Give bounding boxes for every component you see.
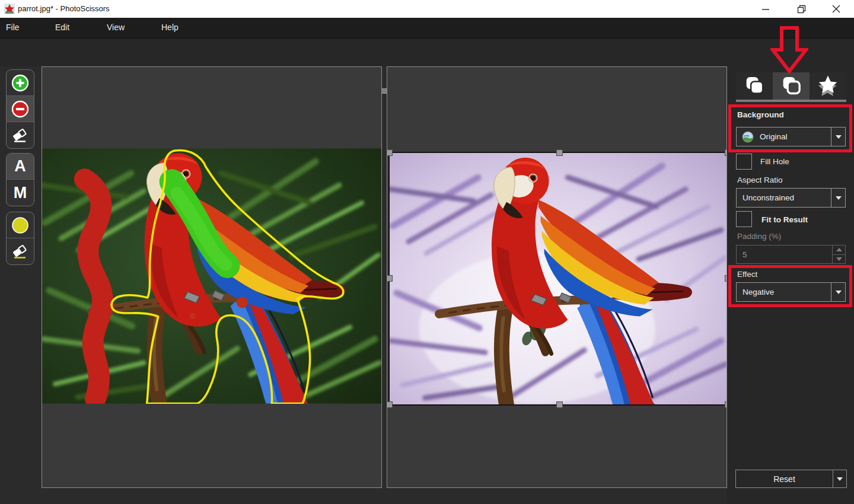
toolbar: 1:1 ? Marker Size 40 [0,38,854,66]
aspect-ratio-select[interactable]: Unconstrained [736,188,846,208]
eraser-tool[interactable] [7,122,34,148]
reset-dropdown-button[interactable] [833,470,846,487]
star-icon [815,74,840,98]
aspect-ratio-value: Unconstrained [743,193,794,202]
minimize-icon [761,5,770,13]
padding-value: 5 [737,245,832,263]
menu-item-file[interactable]: File [6,23,20,32]
red-minus-icon [11,100,29,118]
remove-marker-tool[interactable] [7,96,34,122]
viewport-source[interactable] [42,66,382,488]
aspect-ratio-label: Aspect Ratio [737,176,783,184]
minimize-button[interactable] [752,0,779,18]
close-button[interactable] [823,0,850,18]
red-marker-dot-large [237,296,248,308]
reset-button[interactable]: Reset [735,470,847,488]
result-photo[interactable] [390,153,727,404]
yellow-circle-icon [11,216,29,234]
app-icon [4,4,15,14]
red-marker-dot-small [189,312,196,319]
padding-label: Padding (%) [737,232,781,241]
reset-label: Reset [736,470,833,487]
tab-segmentation[interactable] [736,72,773,100]
annotation-box-background [728,104,852,152]
fill-hole-label: Fill Hole [760,157,789,166]
yellow-marker-tool[interactable] [7,212,34,238]
source-photo[interactable] [42,148,381,404]
fit-to-result-label: Fit to Result [761,215,808,224]
menubar: File Edit View Help [0,18,854,38]
yellow-eraser-tool[interactable] [7,238,34,264]
close-icon [832,5,840,13]
app-window: parrot.jpg* - PhotoScissors File Edit Vi… [0,0,854,504]
selection-handle-middle-left[interactable] [387,275,393,282]
fit-to-result-checkbox[interactable] [736,211,752,227]
add-marker-tool[interactable] [7,70,34,96]
down-arrow-icon [836,257,842,261]
chevron-down-icon [836,196,842,200]
layers-filled-icon [743,74,766,98]
yellow-marker-group [6,212,34,265]
window-title: parrot.jpg* - PhotoScissors [18,4,110,13]
viewport-result[interactable] [387,66,727,488]
eraser-icon [11,126,29,144]
tab-background[interactable] [773,72,810,100]
restore-icon [797,5,806,14]
sidebar-tabs [736,72,846,100]
menu-item-help[interactable]: Help [161,23,179,32]
result-frame[interactable] [388,152,727,406]
selection-handle-bottom-left[interactable] [387,401,393,408]
selection-handle-top-center[interactable] [556,149,563,156]
manual-mode-label: M [14,185,27,201]
selection-handle-bottom-center[interactable] [556,401,563,408]
chevron-down-icon [837,477,843,481]
yellow-eraser-icon [11,243,29,260]
manual-mode-tool[interactable]: M [7,180,34,206]
tool-column: A M [0,66,40,504]
green-plus-icon [11,74,29,92]
mode-tool-group: A M [6,153,34,206]
annotation-box-effect [728,265,852,307]
auto-mode-tool[interactable]: A [7,154,34,180]
layers-outline-icon [779,74,803,98]
menu-item-view[interactable]: View [107,23,125,32]
up-arrow-icon [836,248,842,251]
tab-underline [736,100,846,102]
selection-handle-top-left[interactable] [387,149,393,156]
marker-tool-group [6,69,34,149]
menu-item-edit[interactable]: Edit [55,23,69,32]
maximize-button[interactable] [788,0,815,18]
tab-effects[interactable] [810,72,846,100]
auto-mode-label: A [14,158,26,174]
padding-down-button[interactable] [833,254,845,264]
aspect-ratio-dropdown-button[interactable] [831,189,845,207]
padding-up-button[interactable] [833,245,845,254]
annotation-arrow [770,26,808,75]
padding-spinbox[interactable]: 5 [736,245,846,264]
fill-hole-checkbox[interactable] [736,154,752,170]
titlebar: parrot.jpg* - PhotoScissors [0,0,854,18]
